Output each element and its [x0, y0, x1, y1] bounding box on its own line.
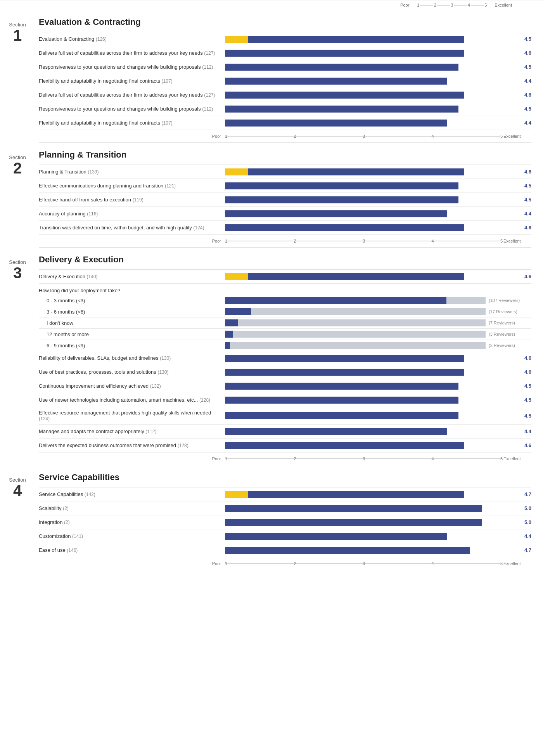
metric-label: Use of best practices, processes, tools …: [39, 369, 225, 375]
bar-score: 4.6: [520, 169, 531, 175]
section-1-num: 1: [13, 28, 22, 43]
axis-poor: Poor: [39, 456, 225, 461]
tick3: 3: [451, 3, 453, 7]
metric-row: Use of newer technologies including auto…: [39, 393, 531, 407]
metric-bar-area: 4.5: [225, 36, 531, 43]
bar-score: 4.5: [520, 36, 531, 42]
axis-tick: 5: [500, 239, 503, 243]
metric-row: Flexibility and adaptability in negotiat…: [39, 74, 531, 88]
metric-row: Evaluation & Contracting (126) 4.5: [39, 32, 531, 46]
bar-score: 5.0: [520, 519, 531, 525]
metric-row: Continuous improvement and efficiency ac…: [39, 379, 531, 393]
metric-label: Responsiveness to your questions and cha…: [39, 106, 225, 112]
reviewer-count: (7 Reviewers): [489, 321, 531, 325]
metric-bar-area: 5.0: [225, 505, 531, 512]
metric-bar-area: 4.7: [225, 547, 531, 554]
metric-label: Continuous improvement and efficiency ac…: [39, 383, 225, 389]
deployment-label: I don't know: [47, 320, 225, 326]
metric-bar-area: 4.5: [225, 106, 531, 113]
deployment-label: 6 - 9 months (<9): [47, 343, 225, 349]
metric-bar-area: 4.5: [225, 182, 531, 189]
scale-axis-4: Poor 1 2 3 4 5 Excellent: [39, 557, 531, 570]
bar-score: 4.6: [520, 355, 531, 361]
metric-label: Delivers full set of capabilities across…: [39, 50, 225, 56]
reviewer-count: (3 Reviewers): [489, 332, 531, 336]
metric-label: Use of newer technologies including auto…: [39, 397, 225, 403]
metric-row: Ease of use (146) 4.7: [39, 543, 531, 557]
metric-label: Evaluation & Contracting (126): [39, 36, 225, 42]
deployment-row: 12 months or more (3 Reviewers): [39, 329, 531, 340]
sub-question: How long did your deployment take?: [39, 284, 531, 295]
page: Poor 1 2 3 4 5 Excellent Section 1 Evalu…: [0, 0, 543, 756]
metric-row: Flexibility and adaptability in negotiat…: [39, 116, 531, 130]
bar-score: 4.5: [520, 383, 531, 389]
bar-score: 4.5: [520, 183, 531, 189]
metric-label: Accuracy of planning (116): [39, 211, 225, 217]
metric-label: Ease of use (146): [39, 547, 225, 553]
bar-score: 4.4: [520, 78, 531, 84]
metric-bar-area: 4.5: [225, 412, 531, 419]
bar-score: 4.6: [520, 369, 531, 375]
metric-bar-area: 4.5: [225, 196, 531, 203]
deployment-label: 3 - 6 months (<6): [47, 309, 225, 315]
section-2-block: Section 2 Planning & Transition Planning…: [0, 143, 543, 248]
metric-bar-area: 4.4: [225, 428, 531, 435]
metric-label: Integration (2): [39, 519, 225, 525]
deployment-label: 12 months or more: [47, 331, 225, 337]
deployment-row: I don't know (7 Reviewers): [39, 317, 531, 329]
deployment-label: 0 - 3 months (<3): [47, 298, 225, 303]
bar-score: 4.7: [520, 491, 531, 497]
bar-score: 4.7: [520, 547, 531, 553]
metric-label: Effective resource management that provi…: [39, 410, 225, 421]
section-2-title: Planning & Transition: [39, 143, 531, 165]
scale-axis-1: Poor 1 2 3 4 5 Excellent: [39, 130, 531, 143]
metric-label: Scalability (2): [39, 505, 225, 511]
axis-excellent: Excellent: [500, 239, 531, 243]
section-1-block: Section 1 Evaluation & Contracting Evalu…: [0, 10, 543, 143]
axis-excellent: Excellent: [500, 456, 531, 461]
scale-axis-2: Poor 1 2 3 4 5 Excellent: [39, 235, 531, 248]
metric-bar-area: 4.6: [225, 92, 531, 99]
section-2-label: Section 2: [0, 143, 35, 248]
metric-bar-area: 4.5: [225, 397, 531, 404]
section-4-block: Section 4 Service Capabilities Service C…: [0, 465, 543, 570]
section-2-num: 2: [13, 160, 22, 176]
metric-row: Accuracy of planning (116) 4.4: [39, 207, 531, 221]
bar-score: 4.6: [520, 274, 531, 279]
metric-bar-area: 4.5: [225, 383, 531, 390]
metric-row: Effective hand-off from sales to executi…: [39, 193, 531, 207]
top-scale: Poor 1 2 3 4 5 Excellent: [0, 0, 543, 10]
metric-row: Integration (2) 5.0: [39, 515, 531, 529]
section-4-num: 4: [13, 483, 22, 498]
bar-score: 4.5: [520, 413, 531, 419]
metric-row: Reliability of deliverables, SLAs, budge…: [39, 351, 531, 365]
deployment-bar-area: (7 Reviewers): [225, 319, 531, 326]
deployment-row: 0 - 3 months (<3) (107 Reviewers): [39, 295, 531, 306]
tick5: 5: [484, 3, 487, 7]
metric-row: Use of best practices, processes, tools …: [39, 365, 531, 379]
section-3-content: Delivery & Execution Delivery & Executio…: [35, 248, 543, 465]
metric-row: Effective resource management that provi…: [39, 407, 531, 425]
metric-label: Service Capabilities (142): [39, 491, 225, 497]
axis-excellent: Excellent: [500, 561, 531, 566]
deployment-row: 6 - 9 months (<9) (2 Reviewers): [39, 340, 531, 351]
metric-row: Planning & Transition (139) 4.6: [39, 165, 531, 179]
reviewer-count: (17 Reviewers): [489, 309, 531, 314]
metric-label: Effective hand-off from sales to executi…: [39, 197, 225, 203]
metric-bar-area: 4.6: [225, 442, 531, 449]
axis-tick: 5: [500, 456, 503, 461]
section-4-label: Section 4: [0, 465, 35, 570]
metric-row: Customization (141) 4.4: [39, 529, 531, 543]
scale-poor-label: Poor: [400, 3, 409, 7]
metric-label: Transition was delivered on time, within…: [39, 225, 225, 231]
deployment-bar-area: (2 Reviewers): [225, 342, 531, 349]
section-2-content: Planning & Transition Planning & Transit…: [35, 143, 543, 248]
bar-score: 4.4: [520, 533, 531, 539]
metric-row: Delivers the expected business outcomes …: [39, 439, 531, 453]
bar-score: 5.0: [520, 505, 531, 511]
deployment-bar-area: (17 Reviewers): [225, 308, 531, 315]
metric-row: Scalability (2) 5.0: [39, 501, 531, 515]
section-1-label: Section 1: [0, 10, 35, 143]
section-4-title: Service Capabilities: [39, 465, 531, 487]
metric-bar-area: 5.0: [225, 519, 531, 526]
